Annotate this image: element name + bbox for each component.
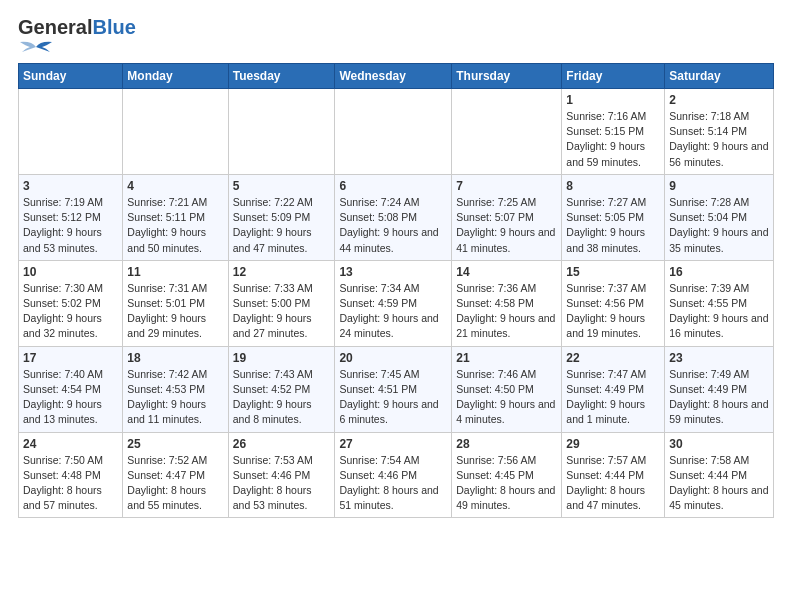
day-number: 1 bbox=[566, 93, 660, 107]
day-number: 26 bbox=[233, 437, 331, 451]
calendar-cell: 13Sunrise: 7:34 AM Sunset: 4:59 PM Dayli… bbox=[335, 260, 452, 346]
calendar-week-row: 24Sunrise: 7:50 AM Sunset: 4:48 PM Dayli… bbox=[19, 432, 774, 518]
day-info: Sunrise: 7:42 AM Sunset: 4:53 PM Dayligh… bbox=[127, 367, 223, 428]
calendar-cell: 7Sunrise: 7:25 AM Sunset: 5:07 PM Daylig… bbox=[452, 174, 562, 260]
day-number: 18 bbox=[127, 351, 223, 365]
day-number: 5 bbox=[233, 179, 331, 193]
weekday-header: Monday bbox=[123, 64, 228, 89]
day-info: Sunrise: 7:54 AM Sunset: 4:46 PM Dayligh… bbox=[339, 453, 447, 514]
day-info: Sunrise: 7:28 AM Sunset: 5:04 PM Dayligh… bbox=[669, 195, 769, 256]
calendar-cell: 28Sunrise: 7:56 AM Sunset: 4:45 PM Dayli… bbox=[452, 432, 562, 518]
calendar-cell: 25Sunrise: 7:52 AM Sunset: 4:47 PM Dayli… bbox=[123, 432, 228, 518]
calendar-cell: 3Sunrise: 7:19 AM Sunset: 5:12 PM Daylig… bbox=[19, 174, 123, 260]
calendar-cell: 22Sunrise: 7:47 AM Sunset: 4:49 PM Dayli… bbox=[562, 346, 665, 432]
day-number: 24 bbox=[23, 437, 118, 451]
day-info: Sunrise: 7:47 AM Sunset: 4:49 PM Dayligh… bbox=[566, 367, 660, 428]
calendar-cell: 20Sunrise: 7:45 AM Sunset: 4:51 PM Dayli… bbox=[335, 346, 452, 432]
day-number: 11 bbox=[127, 265, 223, 279]
day-info: Sunrise: 7:31 AM Sunset: 5:01 PM Dayligh… bbox=[127, 281, 223, 342]
day-info: Sunrise: 7:46 AM Sunset: 4:50 PM Dayligh… bbox=[456, 367, 557, 428]
day-info: Sunrise: 7:40 AM Sunset: 4:54 PM Dayligh… bbox=[23, 367, 118, 428]
day-info: Sunrise: 7:19 AM Sunset: 5:12 PM Dayligh… bbox=[23, 195, 118, 256]
day-number: 3 bbox=[23, 179, 118, 193]
calendar-week-row: 3Sunrise: 7:19 AM Sunset: 5:12 PM Daylig… bbox=[19, 174, 774, 260]
day-info: Sunrise: 7:21 AM Sunset: 5:11 PM Dayligh… bbox=[127, 195, 223, 256]
calendar-table: SundayMondayTuesdayWednesdayThursdayFrid… bbox=[18, 63, 774, 518]
calendar-cell: 12Sunrise: 7:33 AM Sunset: 5:00 PM Dayli… bbox=[228, 260, 335, 346]
calendar-cell bbox=[19, 89, 123, 175]
day-info: Sunrise: 7:45 AM Sunset: 4:51 PM Dayligh… bbox=[339, 367, 447, 428]
day-info: Sunrise: 7:52 AM Sunset: 4:47 PM Dayligh… bbox=[127, 453, 223, 514]
weekday-header: Wednesday bbox=[335, 64, 452, 89]
logo-bird-icon bbox=[18, 39, 54, 55]
page: GeneralBlue SundayMondayTuesdayWednesday… bbox=[0, 0, 792, 528]
calendar-week-row: 1Sunrise: 7:16 AM Sunset: 5:15 PM Daylig… bbox=[19, 89, 774, 175]
day-number: 2 bbox=[669, 93, 769, 107]
day-info: Sunrise: 7:30 AM Sunset: 5:02 PM Dayligh… bbox=[23, 281, 118, 342]
calendar-cell: 4Sunrise: 7:21 AM Sunset: 5:11 PM Daylig… bbox=[123, 174, 228, 260]
day-number: 4 bbox=[127, 179, 223, 193]
day-info: Sunrise: 7:49 AM Sunset: 4:49 PM Dayligh… bbox=[669, 367, 769, 428]
day-info: Sunrise: 7:36 AM Sunset: 4:58 PM Dayligh… bbox=[456, 281, 557, 342]
day-number: 14 bbox=[456, 265, 557, 279]
calendar-week-row: 10Sunrise: 7:30 AM Sunset: 5:02 PM Dayli… bbox=[19, 260, 774, 346]
calendar-cell: 30Sunrise: 7:58 AM Sunset: 4:44 PM Dayli… bbox=[665, 432, 774, 518]
calendar-cell: 29Sunrise: 7:57 AM Sunset: 4:44 PM Dayli… bbox=[562, 432, 665, 518]
calendar-cell: 15Sunrise: 7:37 AM Sunset: 4:56 PM Dayli… bbox=[562, 260, 665, 346]
weekday-header: Friday bbox=[562, 64, 665, 89]
calendar-cell: 6Sunrise: 7:24 AM Sunset: 5:08 PM Daylig… bbox=[335, 174, 452, 260]
calendar-cell: 9Sunrise: 7:28 AM Sunset: 5:04 PM Daylig… bbox=[665, 174, 774, 260]
day-info: Sunrise: 7:18 AM Sunset: 5:14 PM Dayligh… bbox=[669, 109, 769, 170]
calendar-cell: 11Sunrise: 7:31 AM Sunset: 5:01 PM Dayli… bbox=[123, 260, 228, 346]
day-info: Sunrise: 7:37 AM Sunset: 4:56 PM Dayligh… bbox=[566, 281, 660, 342]
calendar-cell bbox=[452, 89, 562, 175]
day-number: 25 bbox=[127, 437, 223, 451]
day-number: 16 bbox=[669, 265, 769, 279]
day-number: 22 bbox=[566, 351, 660, 365]
day-info: Sunrise: 7:56 AM Sunset: 4:45 PM Dayligh… bbox=[456, 453, 557, 514]
day-number: 15 bbox=[566, 265, 660, 279]
calendar-cell: 16Sunrise: 7:39 AM Sunset: 4:55 PM Dayli… bbox=[665, 260, 774, 346]
day-number: 9 bbox=[669, 179, 769, 193]
day-info: Sunrise: 7:25 AM Sunset: 5:07 PM Dayligh… bbox=[456, 195, 557, 256]
day-info: Sunrise: 7:33 AM Sunset: 5:00 PM Dayligh… bbox=[233, 281, 331, 342]
calendar-cell: 24Sunrise: 7:50 AM Sunset: 4:48 PM Dayli… bbox=[19, 432, 123, 518]
day-number: 28 bbox=[456, 437, 557, 451]
calendar-cell: 8Sunrise: 7:27 AM Sunset: 5:05 PM Daylig… bbox=[562, 174, 665, 260]
day-number: 20 bbox=[339, 351, 447, 365]
header-row: SundayMondayTuesdayWednesdayThursdayFrid… bbox=[19, 64, 774, 89]
day-info: Sunrise: 7:58 AM Sunset: 4:44 PM Dayligh… bbox=[669, 453, 769, 514]
day-number: 12 bbox=[233, 265, 331, 279]
logo-general: General bbox=[18, 16, 92, 38]
day-info: Sunrise: 7:39 AM Sunset: 4:55 PM Dayligh… bbox=[669, 281, 769, 342]
calendar-cell: 5Sunrise: 7:22 AM Sunset: 5:09 PM Daylig… bbox=[228, 174, 335, 260]
calendar-cell: 10Sunrise: 7:30 AM Sunset: 5:02 PM Dayli… bbox=[19, 260, 123, 346]
weekday-header: Saturday bbox=[665, 64, 774, 89]
calendar-cell bbox=[123, 89, 228, 175]
day-info: Sunrise: 7:43 AM Sunset: 4:52 PM Dayligh… bbox=[233, 367, 331, 428]
logo-blue: Blue bbox=[92, 16, 135, 38]
calendar-cell: 18Sunrise: 7:42 AM Sunset: 4:53 PM Dayli… bbox=[123, 346, 228, 432]
calendar-cell: 2Sunrise: 7:18 AM Sunset: 5:14 PM Daylig… bbox=[665, 89, 774, 175]
day-number: 7 bbox=[456, 179, 557, 193]
weekday-header: Tuesday bbox=[228, 64, 335, 89]
day-info: Sunrise: 7:27 AM Sunset: 5:05 PM Dayligh… bbox=[566, 195, 660, 256]
calendar-cell: 21Sunrise: 7:46 AM Sunset: 4:50 PM Dayli… bbox=[452, 346, 562, 432]
day-info: Sunrise: 7:22 AM Sunset: 5:09 PM Dayligh… bbox=[233, 195, 331, 256]
day-number: 27 bbox=[339, 437, 447, 451]
calendar-cell: 14Sunrise: 7:36 AM Sunset: 4:58 PM Dayli… bbox=[452, 260, 562, 346]
day-number: 23 bbox=[669, 351, 769, 365]
calendar-week-row: 17Sunrise: 7:40 AM Sunset: 4:54 PM Dayli… bbox=[19, 346, 774, 432]
weekday-header: Sunday bbox=[19, 64, 123, 89]
calendar-cell: 19Sunrise: 7:43 AM Sunset: 4:52 PM Dayli… bbox=[228, 346, 335, 432]
day-number: 21 bbox=[456, 351, 557, 365]
day-info: Sunrise: 7:34 AM Sunset: 4:59 PM Dayligh… bbox=[339, 281, 447, 342]
calendar-cell bbox=[228, 89, 335, 175]
day-number: 8 bbox=[566, 179, 660, 193]
calendar-cell: 1Sunrise: 7:16 AM Sunset: 5:15 PM Daylig… bbox=[562, 89, 665, 175]
header: GeneralBlue bbox=[18, 16, 774, 59]
calendar-cell: 27Sunrise: 7:54 AM Sunset: 4:46 PM Dayli… bbox=[335, 432, 452, 518]
logo: GeneralBlue bbox=[18, 16, 136, 59]
calendar-cell: 26Sunrise: 7:53 AM Sunset: 4:46 PM Dayli… bbox=[228, 432, 335, 518]
day-number: 6 bbox=[339, 179, 447, 193]
